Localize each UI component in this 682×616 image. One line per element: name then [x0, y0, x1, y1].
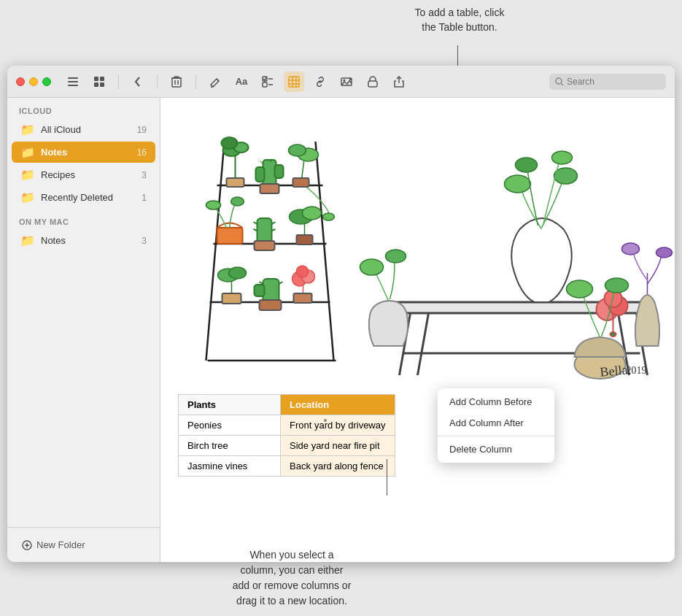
cell-location-1[interactable]: Side yard near fire pit: [281, 436, 395, 456]
delete-column-item[interactable]: Delete Column: [438, 439, 554, 460]
annotation-line-bottom: [387, 459, 387, 496]
lock-button[interactable]: [363, 72, 383, 92]
svg-point-101: [622, 243, 640, 255]
svg-rect-55: [293, 178, 309, 187]
folder-icon: 📁: [20, 234, 35, 247]
sidebar-item-recently-deleted[interactable]: 📁 Recently Deleted 1: [12, 187, 155, 208]
sidebar-item-count: 19: [137, 125, 147, 135]
titlebar: Aa: [7, 66, 675, 98]
svg-rect-0: [68, 77, 78, 79]
app-window: Aa: [7, 66, 675, 562]
svg-rect-47: [275, 165, 284, 178]
toolbar-sep-1: [118, 74, 119, 89]
back-button[interactable]: [128, 72, 148, 92]
svg-point-28: [556, 78, 562, 84]
table-button[interactable]: [284, 72, 304, 92]
cell-location-2[interactable]: Back yard along fence: [281, 456, 395, 477]
share-button[interactable]: [389, 72, 409, 92]
svg-rect-16: [263, 82, 267, 87]
svg-rect-1: [68, 81, 78, 82]
font-button[interactable]: Aa: [231, 72, 252, 92]
icloud-section-label: iCloud: [7, 98, 160, 118]
svg-rect-6: [100, 82, 104, 87]
table-header-row: Plants Location: [179, 395, 395, 415]
mac-section-label: On My Mac: [7, 209, 160, 229]
svg-rect-7: [172, 78, 181, 87]
svg-point-104: [567, 280, 593, 298]
folder-icon: 📁: [20, 123, 35, 136]
context-menu-separator: [438, 436, 554, 436]
toolbar-sep-3: [195, 74, 196, 89]
svg-rect-2: [68, 85, 78, 86]
svg-point-24: [344, 79, 346, 81]
sidebar-item-label: Notes: [41, 235, 136, 246]
sidebar-item-label: Recently Deleted: [41, 192, 136, 203]
delete-button[interactable]: [166, 72, 187, 92]
sidebar-item-all-icloud[interactable]: 📁 All iCloud 19: [12, 119, 155, 140]
new-folder-label: New Folder: [36, 539, 85, 550]
svg-point-89: [505, 175, 531, 193]
sidebar: iCloud 📁 All iCloud 19 📁 Notes 16 📁 Reci…: [7, 98, 160, 562]
minimize-button[interactable]: [29, 77, 38, 86]
sidebar-item-mac-notes[interactable]: 📁 Notes 3: [12, 230, 155, 251]
grid-view-button[interactable]: [89, 72, 109, 92]
sidebar-item-label: All iCloud: [41, 124, 131, 135]
search-input[interactable]: [567, 77, 654, 87]
svg-point-58: [231, 197, 244, 206]
cell-plant-1[interactable]: Birch tree: [179, 436, 281, 456]
svg-point-93: [360, 259, 384, 275]
svg-point-94: [386, 250, 406, 263]
folder-icon: 📁: [20, 145, 35, 159]
table-row: Jasmine vines Back yard along fence: [179, 456, 395, 477]
add-column-after-item[interactable]: Add Column After: [438, 412, 554, 434]
add-column-before-item[interactable]: Add Column Before: [438, 391, 554, 412]
svg-rect-3: [94, 77, 98, 81]
svg-point-90: [554, 168, 578, 184]
svg-rect-64: [255, 241, 275, 250]
note-area: Bella 2019 Plants Location: [160, 98, 675, 562]
sidebar-item-recipes[interactable]: 📁 Recipes 3: [12, 164, 155, 185]
cell-location-0[interactable]: Front yard by driveway: [281, 415, 395, 436]
svg-point-105: [605, 278, 629, 293]
table-area: Plants Location Peonies Front yard by dr…: [160, 382, 675, 488]
svg-rect-72: [222, 293, 241, 304]
svg-text:2019: 2019: [627, 365, 647, 376]
new-folder-icon: [22, 540, 32, 550]
svg-rect-44: [227, 178, 244, 187]
svg-point-57: [206, 201, 221, 209]
search-box[interactable]: [549, 74, 666, 90]
content-area: iCloud 📁 All iCloud 19 📁 Notes 16 📁 Reci…: [7, 98, 675, 562]
col-plants-header[interactable]: Plants: [179, 395, 281, 415]
link-button[interactable]: [310, 72, 330, 92]
sidebar-item-count: 16: [137, 147, 147, 158]
svg-rect-68: [297, 235, 313, 245]
cell-plant-2[interactable]: Jasmine vines: [179, 456, 281, 477]
col-location-header[interactable]: Location: [281, 395, 395, 415]
svg-point-67: [303, 207, 322, 220]
svg-point-53: [289, 145, 306, 156]
checklist-button[interactable]: [257, 72, 278, 92]
toolbar-sep-2: [157, 74, 158, 89]
traffic-lights: [16, 77, 51, 86]
sidebar-item-notes[interactable]: 📁 Notes 16: [12, 142, 155, 163]
svg-point-43: [222, 137, 238, 149]
maximize-button[interactable]: [42, 77, 51, 86]
svg-point-92: [552, 151, 573, 164]
svg-rect-46: [256, 167, 265, 182]
svg-point-102: [656, 247, 673, 258]
svg-rect-11: [174, 77, 179, 78]
close-button[interactable]: [16, 77, 25, 86]
table-row: Birch tree Side yard near fire pit: [179, 436, 395, 456]
cell-plant-0[interactable]: Peonies: [179, 415, 281, 436]
svg-point-81: [297, 266, 309, 277]
svg-rect-56: [217, 228, 243, 244]
new-folder-button[interactable]: New Folder: [16, 536, 90, 553]
list-view-button[interactable]: [63, 72, 83, 92]
svg-rect-26: [368, 81, 377, 87]
compose-button[interactable]: [205, 72, 225, 92]
table-row: Peonies Front yard by driveway: [179, 415, 395, 436]
sidebar-item-label: Recipes: [41, 169, 136, 180]
annotation-line-top: [457, 45, 458, 67]
media-button[interactable]: [336, 72, 357, 92]
svg-point-71: [229, 267, 247, 279]
